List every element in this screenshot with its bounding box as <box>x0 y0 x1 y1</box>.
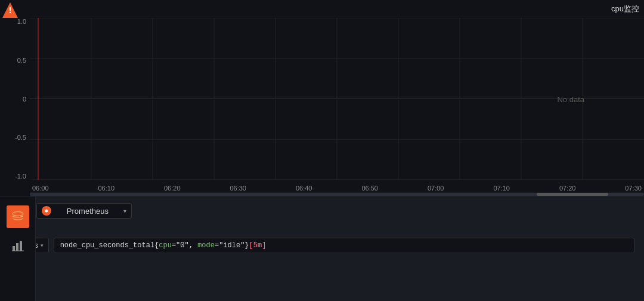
datasource-select[interactable]: Prometheus ▾ <box>36 203 132 219</box>
grid-svg <box>30 18 644 180</box>
y-label-5: -1.0 <box>15 173 26 180</box>
expr-eq1: ="0", <box>172 241 197 250</box>
prometheus-icon <box>42 206 51 216</box>
layers-icon-button[interactable] <box>7 205 29 228</box>
expr-func: node_cpu_seconds_total <box>60 241 154 250</box>
query-editor-panel: Query Prometheus ▾ ▼ A Metrics ▾ <box>0 197 644 301</box>
chart-header: ! cpu监控 <box>0 0 644 18</box>
expr-time-range: [5m] <box>249 241 267 250</box>
metrics-dropdown-icon: ▾ <box>41 242 44 248</box>
svg-rect-17 <box>16 243 18 251</box>
svg-rect-18 <box>20 241 22 251</box>
no-data-label: No data <box>557 94 584 103</box>
layers-icon <box>11 210 24 223</box>
datasource-name: Prometheus <box>67 207 109 216</box>
scrollbar-thumb[interactable] <box>537 193 608 196</box>
y-label-2: 0.5 <box>17 57 26 64</box>
x-label-5: 06:50 <box>361 185 378 192</box>
y-axis: 1.0 0.5 0 -0.5 -1.0 <box>0 18 30 180</box>
scrollbar-track[interactable] <box>30 193 644 196</box>
x-label-1: 06:10 <box>98 185 114 192</box>
expr-cpu-label: cpu <box>159 241 172 250</box>
query-row: Query Prometheus ▾ <box>10 203 634 219</box>
x-label-4: 06:40 <box>296 185 312 192</box>
chart-icon-button[interactable] <box>7 234 29 257</box>
y-label-3: 0 <box>23 96 26 103</box>
section-a: ▼ A <box>10 225 634 233</box>
svg-rect-16 <box>13 246 15 251</box>
query-expression-input[interactable]: node_cpu_seconds_total{cpu="0", mode="id… <box>54 238 634 253</box>
x-label-3: 06:30 <box>230 185 246 192</box>
x-label-9: 07:30 <box>625 185 642 192</box>
x-axis: 06:00 06:10 06:20 06:30 06:40 06:50 07:0… <box>30 185 644 192</box>
x-label-0: 06:00 <box>32 185 49 192</box>
y-label-4: -0.5 <box>15 134 26 141</box>
bar-chart-icon <box>11 239 24 252</box>
query-input-row: Metrics ▾ node_cpu_seconds_total{cpu="0"… <box>10 238 634 253</box>
chevron-down-icon: ▾ <box>123 208 126 214</box>
svg-point-15 <box>13 212 23 216</box>
alert-icon: ! <box>2 2 18 18</box>
x-label-2: 06:20 <box>164 185 181 192</box>
sidebar-icons <box>0 197 36 301</box>
x-label-6: 07:00 <box>428 185 444 192</box>
expr-eq2: ="idle"} <box>215 241 249 250</box>
chart-title: cpu监控 <box>611 2 639 14</box>
svg-point-21 <box>45 210 48 213</box>
y-label-1: 1.0 <box>17 18 26 25</box>
scrollbar-area[interactable] <box>30 192 644 196</box>
x-label-7: 07:10 <box>493 185 510 192</box>
grid-canvas: No data <box>30 18 644 180</box>
x-label-8: 07:20 <box>559 185 576 192</box>
expr-mode-label: mode <box>197 241 215 250</box>
chart-container: ! cpu监控 1.0 0.5 0 -0.5 -1.0 <box>0 0 644 197</box>
